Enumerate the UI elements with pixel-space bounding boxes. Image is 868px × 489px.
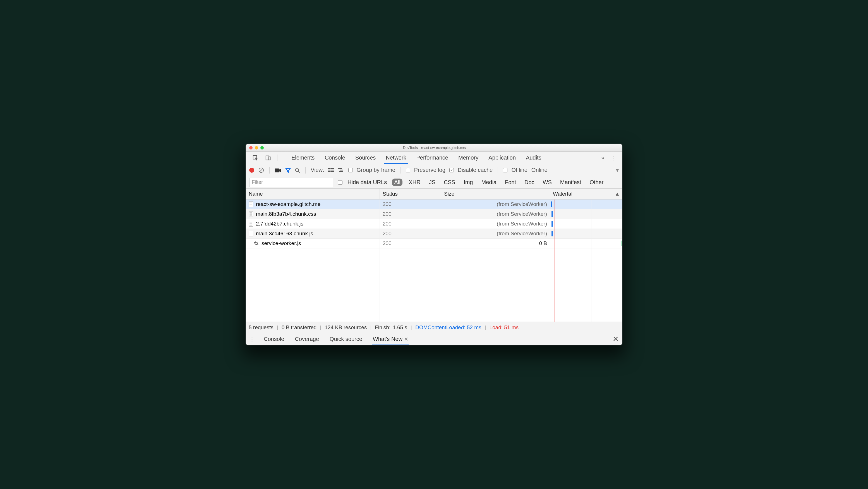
zoom-window-button[interactable]	[260, 146, 264, 149]
tab-sources[interactable]: Sources	[353, 152, 377, 163]
request-status: 200	[380, 219, 441, 229]
inspect-element-icon[interactable]	[250, 153, 260, 162]
disable-cache-label: Disable cache	[458, 167, 493, 173]
document-icon	[249, 221, 253, 227]
drawer-tabstrip: ⋮ ConsoleCoverageQuick sourceWhat's New✕…	[246, 333, 622, 345]
document-icon	[249, 231, 253, 236]
close-tab-icon[interactable]: ✕	[404, 337, 408, 342]
filter-type-media[interactable]: Media	[479, 178, 498, 186]
drawer-tab-console[interactable]: Console	[263, 334, 285, 345]
summary-load-label: Load:	[489, 324, 503, 330]
network-summary: 5 requests| 0 B transferred| 124 KB reso…	[246, 322, 622, 333]
summary-load: 51 ms	[504, 324, 519, 330]
filter-type-css[interactable]: CSS	[441, 178, 458, 186]
request-name: main.3cd46163.chunk.js	[256, 231, 313, 237]
request-name: main.8fb3a7b4.chunk.css	[256, 211, 316, 217]
document-icon	[249, 211, 253, 217]
large-rows-icon[interactable]	[328, 167, 334, 173]
settings-kebab-icon[interactable]: ⋮	[609, 154, 618, 161]
request-table: react-sw-example.glitch.me200(from Servi…	[246, 200, 622, 322]
summary-finish: 1.65 s	[393, 324, 407, 330]
summary-finish-label: Finish:	[375, 324, 391, 330]
svg-rect-10	[328, 170, 330, 170]
online-select[interactable]: Online	[531, 167, 548, 173]
svg-rect-8	[328, 168, 330, 169]
drawer-tab-what-s-new[interactable]: What's New✕	[372, 334, 409, 345]
tab-audits[interactable]: Audits	[524, 152, 543, 163]
column-waterfall[interactable]: Waterfall▲	[550, 189, 622, 199]
tab-elements[interactable]: Elements	[290, 152, 316, 163]
filter-type-other[interactable]: Other	[587, 178, 606, 186]
drawer-tab-quick-source[interactable]: Quick source	[329, 334, 363, 345]
throttling-dropdown-icon[interactable]: ▾	[616, 167, 619, 174]
group-by-frame-checkbox[interactable]	[348, 168, 353, 172]
overview-icon[interactable]	[338, 167, 344, 173]
svg-rect-1	[266, 156, 269, 160]
disable-cache-checkbox[interactable]: ✓	[450, 168, 454, 172]
request-size: (from ServiceWorker)	[441, 229, 550, 238]
tab-memory[interactable]: Memory	[457, 152, 480, 163]
preserve-log-label: Preserve log	[414, 167, 445, 173]
summary-requests: 5 requests	[249, 324, 274, 330]
window-controls	[246, 146, 264, 149]
sort-asc-icon: ▲	[615, 191, 620, 197]
gear-icon	[254, 241, 259, 246]
drawer-tab-coverage[interactable]: Coverage	[294, 334, 319, 345]
filter-type-ws[interactable]: WS	[540, 178, 554, 186]
window-title: DevTools - react-sw-example.glitch.me/	[264, 146, 622, 150]
search-icon[interactable]	[295, 167, 300, 173]
hide-data-urls-label: Hide data URLs	[347, 179, 387, 185]
summary-dcl: 52 ms	[467, 324, 482, 330]
column-status[interactable]: Status	[380, 189, 441, 199]
tab-network[interactable]: Network	[384, 152, 408, 164]
request-status: 200	[380, 209, 441, 219]
devtools-window: DevTools - react-sw-example.glitch.me/ E…	[246, 144, 622, 345]
record-button[interactable]	[249, 168, 254, 173]
filter-row: Hide data URLs AllXHRJSCSSImgMediaFontDo…	[246, 176, 622, 189]
offline-label: Offline	[511, 167, 527, 173]
close-window-button[interactable]	[249, 146, 253, 149]
filter-input[interactable]	[249, 178, 333, 187]
preserve-log-checkbox[interactable]	[406, 168, 410, 172]
device-toolbar-icon[interactable]	[263, 153, 273, 162]
tab-console[interactable]: Console	[323, 152, 347, 163]
network-toolbar: View: Group by frame Preserve log ✓ Disa…	[246, 164, 622, 176]
column-name[interactable]: Name	[246, 189, 380, 199]
filter-icon[interactable]	[285, 167, 291, 173]
main-tabstrip: ElementsConsoleSourcesNetworkPerformance…	[246, 152, 622, 164]
svg-rect-16	[339, 171, 343, 172]
filter-type-xhr[interactable]: XHR	[406, 178, 423, 186]
summary-dcl-label: DOMContentLoaded:	[415, 324, 466, 330]
filter-type-all[interactable]: All	[392, 178, 402, 186]
svg-rect-13	[331, 171, 334, 172]
filter-type-doc[interactable]: Doc	[522, 178, 537, 186]
clear-icon[interactable]	[258, 167, 264, 174]
filter-type-img[interactable]: Img	[461, 178, 475, 186]
document-icon	[249, 201, 253, 207]
svg-rect-9	[331, 168, 334, 169]
summary-resources: 124 KB resources	[324, 324, 367, 330]
filter-type-manifest[interactable]: Manifest	[558, 178, 584, 186]
minimize-window-button[interactable]	[255, 146, 258, 149]
close-drawer-icon[interactable]: ✕	[613, 335, 619, 343]
request-status: 200	[380, 229, 441, 238]
tab-application[interactable]: Application	[487, 152, 518, 163]
svg-line-7	[298, 171, 300, 173]
hide-data-urls-checkbox[interactable]	[338, 180, 342, 185]
request-size: 0 B	[441, 239, 550, 248]
offline-checkbox[interactable]	[503, 168, 507, 172]
drawer-kebab-icon[interactable]: ⋮	[249, 336, 255, 343]
table-header: Name Status Size Waterfall▲	[246, 189, 622, 200]
more-tabs-icon[interactable]: »	[599, 154, 606, 161]
svg-rect-12	[328, 171, 330, 172]
camera-icon[interactable]	[275, 167, 281, 173]
request-size: (from ServiceWorker)	[441, 219, 550, 229]
filter-type-font[interactable]: Font	[503, 178, 518, 186]
tab-performance[interactable]: Performance	[415, 152, 450, 163]
column-size[interactable]: Size	[441, 189, 550, 199]
svg-rect-14	[338, 168, 342, 169]
filter-type-js[interactable]: JS	[427, 178, 438, 186]
svg-point-6	[296, 168, 299, 172]
request-name: react-sw-example.glitch.me	[256, 201, 320, 207]
request-name: 2.7fdd42b7.chunk.js	[256, 221, 303, 227]
